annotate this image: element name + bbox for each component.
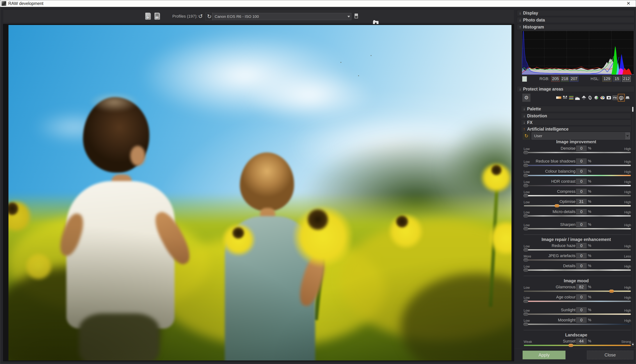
slider-section-title: Image improvement <box>516 140 636 145</box>
contrast-icon[interactable] <box>581 95 586 100</box>
slider-thumb[interactable] <box>523 268 528 272</box>
slider-track[interactable] <box>524 175 631 176</box>
slider-thumb[interactable] <box>554 204 559 207</box>
slider-track[interactable] <box>524 205 631 206</box>
exposure-gradient-icon[interactable] <box>556 95 561 100</box>
palette-icon[interactable] <box>600 95 605 100</box>
rgb-r-value: 205 <box>551 76 560 82</box>
slider-value-field[interactable]: 31 <box>576 199 586 204</box>
slider-row: Low Age colour 0 % High <box>516 294 636 304</box>
histogram-icon[interactable] <box>575 95 580 100</box>
section-protect-label: Protect image areas <box>523 87 563 92</box>
slider-track[interactable] <box>524 300 631 302</box>
slider-value-field[interactable]: 0 <box>576 168 586 174</box>
slider-min-label: More <box>524 254 531 258</box>
slider-track[interactable] <box>524 215 631 217</box>
new-profile-from-settings-button[interactable] <box>154 13 160 20</box>
slider-max-label: High <box>624 180 631 184</box>
slider-max-label: High <box>624 147 631 151</box>
undo-button[interactable]: ↺ <box>197 13 204 20</box>
new-profile-button[interactable] <box>145 13 151 20</box>
section-fx-label: FX <box>527 120 532 125</box>
section-distortion-label: Distortion <box>527 114 547 118</box>
window-close-button[interactable]: × <box>624 0 632 7</box>
slider-thumb[interactable] <box>523 214 528 218</box>
slider-track[interactable] <box>524 344 631 346</box>
section-protect-image-areas[interactable]: ↓ Protect image areas <box>517 86 634 92</box>
slider-thumb[interactable] <box>523 184 528 187</box>
camera-icon[interactable] <box>606 95 611 100</box>
slider-value-field[interactable]: 0 <box>576 307 586 312</box>
section-fx[interactable]: ↓ FX <box>521 120 631 126</box>
slider-track[interactable] <box>524 228 631 230</box>
title-bar: RAW development × <box>0 0 636 7</box>
chevron-down-icon[interactable] <box>346 13 351 20</box>
slider-max-label: High <box>624 319 631 323</box>
slider-thumb[interactable] <box>609 290 614 293</box>
ai-brain-icon[interactable] <box>618 95 624 100</box>
slider-track[interactable] <box>524 152 631 153</box>
slider-thumb[interactable] <box>523 174 528 177</box>
perspective-icon[interactable] <box>625 95 630 100</box>
fx-icon[interactable]: FX <box>612 95 618 100</box>
slider-value-field[interactable]: 0 <box>576 179 586 184</box>
slider-value-field[interactable]: 0 <box>576 222 586 227</box>
slider-value-field[interactable]: 0 <box>576 189 586 194</box>
slider-track[interactable] <box>524 249 631 251</box>
slider-thumb[interactable] <box>523 227 528 230</box>
channel-curves-icon[interactable] <box>568 95 574 100</box>
section-display[interactable]: ↓ Display <box>517 10 634 16</box>
tool-icon-row: ⚙ FX <box>516 93 636 104</box>
slider-value-field[interactable]: 44 <box>576 338 586 344</box>
sphere-3d-icon[interactable] <box>593 95 599 100</box>
section-display-label: Display <box>523 11 538 16</box>
slider-value-field[interactable]: 0 <box>576 146 586 151</box>
slider-track[interactable] <box>524 313 631 315</box>
compare-view-button[interactable] <box>353 12 359 20</box>
lens-icon[interactable] <box>587 95 593 100</box>
slider-value-field[interactable]: 0 <box>576 253 586 258</box>
slider-track[interactable] <box>524 259 631 261</box>
section-palette[interactable]: ↓ Palette <box>521 106 631 112</box>
slider-value-field[interactable]: 0 <box>576 158 586 164</box>
slider-value-field[interactable]: 0 <box>576 294 586 300</box>
slider-track[interactable] <box>524 324 631 325</box>
slider-thumb[interactable] <box>523 194 528 197</box>
slider-track[interactable] <box>524 269 631 271</box>
slider-track[interactable] <box>524 290 631 292</box>
noise-icon[interactable] <box>562 95 568 100</box>
slider-thumb[interactable] <box>523 164 528 167</box>
slider-value-field[interactable]: 82 <box>576 284 586 290</box>
apply-button[interactable]: Apply <box>523 350 566 360</box>
slider-thumb[interactable] <box>523 248 528 252</box>
section-photo-data[interactable]: ↓ Photo data <box>517 17 634 23</box>
slider-value-field[interactable]: 0 <box>576 209 586 214</box>
section-artificial-intelligence[interactable]: ↑ Artificial intelligence <box>521 126 631 132</box>
scrollbar-thumb[interactable] <box>632 107 633 112</box>
compare-icon <box>355 14 358 18</box>
slider-track[interactable] <box>524 185 631 186</box>
slider-thumb[interactable] <box>523 323 528 326</box>
slider-max-label: High <box>624 210 631 214</box>
slider-thumb[interactable] <box>523 258 528 262</box>
slider-value-field[interactable]: 0 <box>576 243 586 248</box>
slider-thumb[interactable] <box>523 312 528 316</box>
redo-button[interactable]: ↻ <box>206 13 213 20</box>
section-distortion[interactable]: ↓ Distortion <box>521 113 631 119</box>
slider-thumb[interactable] <box>523 151 528 154</box>
slider-thumb[interactable] <box>568 344 573 347</box>
slider-track[interactable] <box>524 195 631 196</box>
slider-track[interactable] <box>524 164 631 166</box>
collapse-arrow-icon: ↓ <box>521 107 527 111</box>
photo-canvas[interactable] <box>9 25 512 360</box>
profile-dropdown[interactable]: Canon EOS R6 - ISO 100 <box>212 13 351 20</box>
close-button[interactable]: Close <box>587 350 633 360</box>
percent-sign: % <box>588 339 591 343</box>
section-histogram[interactable]: ↑ Histogram <box>517 24 634 30</box>
percent-sign: % <box>588 295 591 299</box>
slider-value-field[interactable]: 0 <box>576 317 586 323</box>
percent-sign: % <box>588 179 591 184</box>
slider-thumb[interactable] <box>523 300 528 303</box>
settings-button[interactable]: ⚙ <box>522 94 531 102</box>
slider-value-field[interactable]: 0 <box>576 263 586 268</box>
